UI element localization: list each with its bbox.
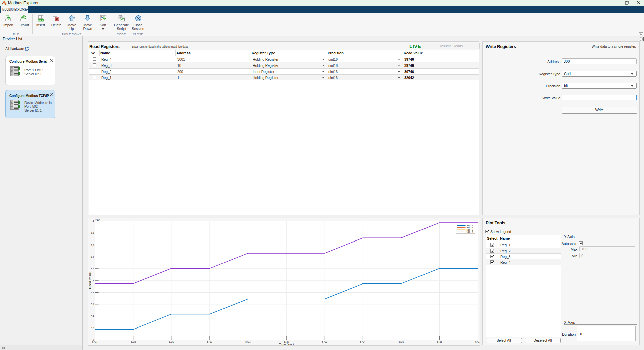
svg-text:Reg_4: Reg_4: [467, 231, 473, 233]
svg-text:5733: 5733: [322, 341, 328, 343]
svg-text:5737: 5737: [475, 341, 480, 343]
svg-text:5730: 5730: [207, 341, 212, 343]
svg-text:3.2: 3.2: [91, 267, 94, 270]
svg-text:Read Value: Read Value: [88, 272, 92, 289]
svg-text:5728: 5728: [131, 341, 136, 343]
svg-text:3.6: 3.6: [91, 244, 94, 246]
svg-text:5731: 5731: [245, 341, 251, 343]
svg-text:2.6: 2.6: [91, 303, 94, 305]
svg-text:5735: 5735: [399, 341, 404, 343]
svg-text:5736: 5736: [437, 341, 442, 343]
svg-text:A: A: [101, 16, 103, 18]
svg-text:4: 4: [93, 220, 94, 222]
svg-text:5729: 5729: [169, 341, 174, 343]
svg-text:Time (sec): Time (sec): [279, 342, 294, 345]
svg-text:3: 3: [93, 279, 94, 282]
svg-text:3.4: 3.4: [91, 256, 94, 258]
svg-text:2.8: 2.8: [91, 291, 94, 294]
svg-text:3.8: 3.8: [91, 232, 94, 234]
svg-text:2.2: 2.2: [91, 327, 94, 329]
svg-text:Z: Z: [101, 18, 103, 21]
svg-text:5727: 5727: [92, 341, 98, 343]
svg-text:×104: ×104: [95, 218, 100, 221]
svg-text:5734: 5734: [360, 341, 366, 343]
svg-text:2.4: 2.4: [91, 315, 94, 317]
